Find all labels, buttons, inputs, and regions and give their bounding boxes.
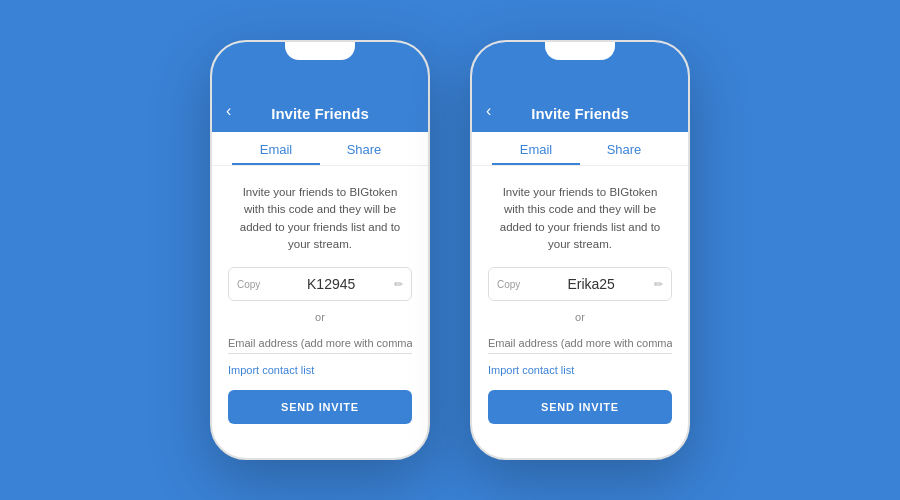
edit-icon-1[interactable]: ✏ — [394, 278, 403, 291]
tab-email-1[interactable]: Email — [232, 132, 320, 165]
or-text-1: or — [228, 311, 412, 323]
import-link-2[interactable]: Import contact list — [488, 364, 672, 376]
tab-bar-1: Email Share — [212, 132, 428, 166]
phone-body-1: Invite your friends to BIGtoken with thi… — [212, 166, 428, 438]
header-top-2 — [472, 81, 688, 105]
email-input-1[interactable] — [228, 333, 412, 354]
invite-text-1: Invite your friends to BIGtoken with thi… — [228, 180, 412, 257]
email-input-2[interactable] — [488, 333, 672, 354]
header-title-2: Invite Friends — [531, 105, 629, 122]
notch-1 — [285, 42, 355, 60]
code-value-1: K12945 — [268, 276, 394, 292]
phone-body-2: Invite your friends to BIGtoken with thi… — [472, 166, 688, 438]
back-arrow-1[interactable]: ‹ — [226, 102, 231, 120]
or-text-2: or — [488, 311, 672, 323]
tab-bar-2: Email Share — [472, 132, 688, 166]
header-title-1: Invite Friends — [271, 105, 369, 122]
tab-share-1[interactable]: Share — [320, 132, 408, 165]
code-value-2: Erika25 — [528, 276, 654, 292]
header-top-1 — [212, 81, 428, 105]
tab-share-2[interactable]: Share — [580, 132, 668, 165]
phone-1: ‹ Invite Friends Email Share Invite your… — [210, 40, 430, 460]
code-box-1: Copy K12945 ✏ — [228, 267, 412, 301]
copy-label-1[interactable]: Copy — [237, 279, 260, 290]
phone-frame-2: ‹ Invite Friends Email Share Invite your… — [470, 40, 690, 460]
notch-2 — [545, 42, 615, 60]
send-button-1[interactable]: SEND INVITE — [228, 390, 412, 424]
edit-icon-2[interactable]: ✏ — [654, 278, 663, 291]
invite-text-2: Invite your friends to BIGtoken with thi… — [488, 180, 672, 257]
send-button-2[interactable]: SEND INVITE — [488, 390, 672, 424]
copy-label-2[interactable]: Copy — [497, 279, 520, 290]
back-arrow-2[interactable]: ‹ — [486, 102, 491, 120]
code-box-2: Copy Erika25 ✏ — [488, 267, 672, 301]
phone-frame-1: ‹ Invite Friends Email Share Invite your… — [210, 40, 430, 460]
tab-email-2[interactable]: Email — [492, 132, 580, 165]
import-link-1[interactable]: Import contact list — [228, 364, 412, 376]
phone-2: ‹ Invite Friends Email Share Invite your… — [470, 40, 690, 460]
